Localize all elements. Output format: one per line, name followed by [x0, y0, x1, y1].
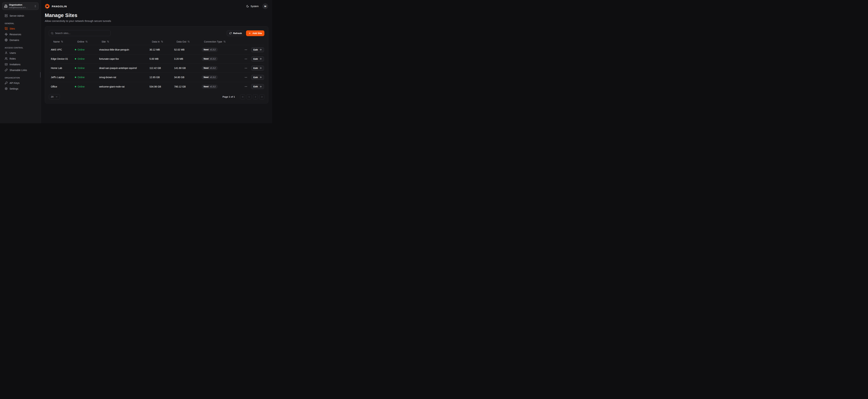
online-status-cell: Online [75, 48, 99, 51]
row-actions: Edit [244, 75, 265, 80]
online-dot-icon [75, 58, 76, 60]
sidebar-section-organization: ORGANIZATION API Keys Settings [2, 77, 38, 92]
arrow-up-down-icon [85, 40, 88, 43]
data-in-cell: 12.65 GB [150, 76, 174, 79]
refresh-button[interactable]: Refresh [227, 30, 244, 36]
table-row: Jeff's Laptop Online smug-brown-rat 12.6… [49, 73, 265, 82]
edit-button[interactable]: Edit [251, 75, 264, 80]
key-icon [5, 82, 8, 84]
sidebar-nav: Server Admin GENERAL Sites Resources Dom… [2, 13, 38, 92]
sidebar-item-settings[interactable]: Settings [2, 86, 38, 92]
last-page-button[interactable] [259, 94, 265, 99]
connection-type-cell: Newtv1.3.2 [202, 48, 244, 52]
plus-icon [248, 32, 251, 35]
chevron-right-icon [254, 96, 257, 98]
sidebar-section-general: GENERAL Sites Resources Domains [2, 22, 38, 43]
moon-icon [246, 5, 249, 8]
organization-label: Organization [9, 4, 32, 6]
site-name-cell: AWS VPC [49, 48, 75, 51]
row-menu-button[interactable] [244, 48, 247, 51]
edit-button[interactable]: Edit [251, 66, 264, 71]
organization-selector[interactable]: Organization milo@fossorial.io's ... [2, 2, 38, 10]
top-bar: PANGOLIN System M [41, 0, 272, 12]
search-icon [51, 32, 54, 35]
table-row: Home Lab Online dead-san-joaquin-antelop… [49, 64, 265, 73]
section-label: ACCESS CONTROL [2, 47, 38, 49]
column-header-online[interactable]: Online [75, 40, 99, 43]
online-status-cell: Online [75, 85, 99, 88]
search-input[interactable] [55, 32, 108, 35]
table-header-row: Name Online Site Data In Data Out Connec… [49, 38, 265, 45]
theme-toggle-button[interactable]: System [246, 5, 259, 8]
pagination-bar: 20 Page 1 of 1 [49, 94, 265, 99]
data-out-cell: 780.12 GB [174, 85, 202, 88]
online-dot-icon [75, 86, 76, 87]
row-actions: Edit [244, 84, 265, 89]
users-icon [5, 57, 8, 60]
first-page-button[interactable] [240, 94, 245, 99]
sidebar-item-sites[interactable]: Sites [2, 26, 38, 31]
add-site-button[interactable]: Add Site [246, 30, 265, 36]
sidebar-section-access-control: ACCESS CONTROL Users Roles Invitations S… [2, 47, 38, 73]
data-in-cell: 534.98 GB [150, 85, 174, 88]
sidebar-item-roles[interactable]: Roles [2, 56, 38, 61]
connection-type-badge: Newtv1.3.2 [202, 66, 218, 70]
search-box[interactable] [49, 30, 111, 36]
user-icon [5, 52, 8, 54]
sidebar-item-shareable-links[interactable]: Shareable Links [2, 67, 38, 73]
sites-table: Name Online Site Data In Data Out Connec… [49, 38, 265, 91]
chevron-down-icon [56, 96, 58, 98]
edit-button[interactable]: Edit [251, 47, 264, 52]
connection-type-cell: Newtv1.3.2 [202, 57, 244, 61]
column-header-data-in[interactable]: Data In [150, 40, 174, 43]
online-status-cell: Online [75, 67, 99, 69]
column-header-site[interactable]: Site [99, 40, 150, 43]
waypoints-icon [5, 33, 8, 36]
arrow-up-down-icon [187, 40, 190, 43]
connection-type-badge: Newtv1.3.2 [202, 48, 218, 52]
site-slug-cell: dead-san-joaquin-antelope-squirrel [99, 67, 150, 69]
row-menu-button[interactable] [244, 67, 247, 70]
site-slug-cell: vivacious-little-blue-penguin [99, 48, 150, 51]
sidebar-item-server-admin[interactable]: Server Admin [2, 13, 38, 19]
avatar[interactable]: M [262, 3, 268, 9]
chevrons-up-down-icon [34, 5, 37, 7]
data-out-cell: 141.68 GB [174, 67, 202, 69]
page-title: Manage Sites [45, 12, 268, 18]
sidebar-item-users[interactable]: Users [2, 50, 38, 56]
row-menu-button[interactable] [244, 58, 247, 60]
brand: PANGOLIN [45, 4, 67, 9]
edit-button[interactable]: Edit [251, 84, 264, 89]
chevron-left-icon [248, 96, 250, 98]
column-header-data-out[interactable]: Data Out [174, 40, 202, 43]
arrow-right-icon [259, 85, 262, 88]
sidebar-item-api-keys[interactable]: API Keys [2, 80, 38, 86]
row-menu-button[interactable] [244, 76, 247, 79]
sidebar-item-resources[interactable]: Resources [2, 31, 38, 37]
data-in-cell: 30.12 MB [150, 48, 174, 51]
page-header: Manage Sites Allow connectivity to your … [41, 12, 272, 22]
sidebar-item-domains[interactable]: Domains [2, 37, 38, 43]
gear-icon [5, 87, 8, 90]
table-row: Office Online welcome-giant-mole-rat 534… [49, 82, 265, 91]
column-header-name[interactable]: Name [49, 40, 75, 43]
sidebar-scrollbar-thumb[interactable] [40, 72, 41, 78]
building-icon [4, 4, 7, 8]
previous-page-button[interactable] [247, 94, 252, 99]
sidebar: Organization milo@fossorial.io's ... Ser… [0, 0, 41, 123]
row-menu-button[interactable] [244, 85, 247, 88]
site-slug-cell: welcome-giant-mole-rat [99, 85, 150, 88]
next-page-button[interactable] [253, 94, 258, 99]
row-actions: Edit [244, 66, 265, 71]
page-size-select[interactable]: 20 [49, 94, 60, 99]
online-status-cell: Online [75, 58, 99, 60]
section-label: GENERAL [2, 22, 38, 25]
arrow-up-down-icon [223, 40, 226, 43]
row-actions: Edit [244, 56, 265, 61]
sidebar-item-invitations[interactable]: Invitations [2, 61, 38, 67]
column-header-connection-type[interactable]: Connection Type [202, 40, 244, 43]
edit-button[interactable]: Edit [251, 56, 264, 61]
online-dot-icon [75, 49, 76, 50]
online-dot-icon [75, 76, 76, 78]
arrow-up-down-icon [107, 40, 109, 43]
